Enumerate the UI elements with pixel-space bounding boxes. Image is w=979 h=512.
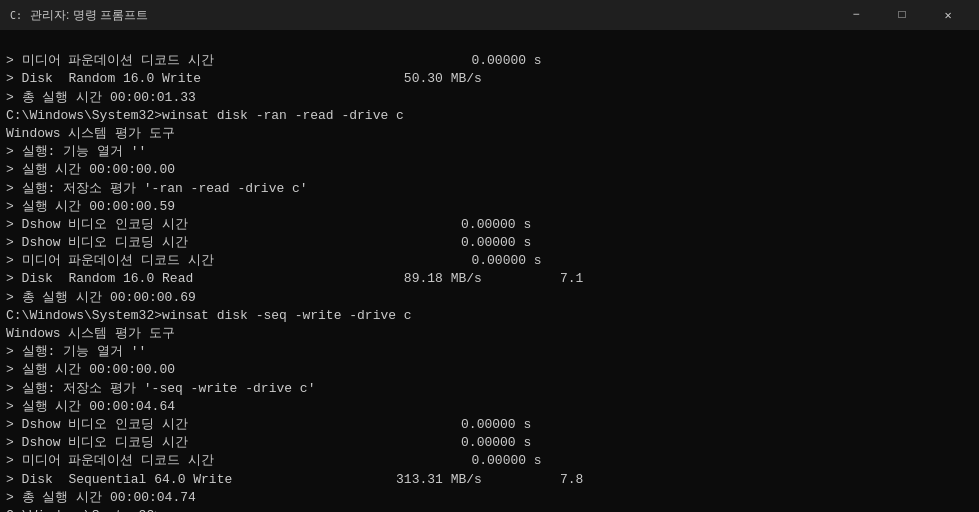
maximize-button[interactable]: □ — [879, 0, 925, 30]
terminal-line: > Dshow 비디오 인코딩 시간 0.00000 s — [6, 216, 973, 234]
svg-text:C:: C: — [10, 10, 22, 21]
terminal-line: > Dshow 비디오 디코딩 시간 0.00000 s — [6, 434, 973, 452]
terminal[interactable]: > 미디어 파운데이션 디코드 시간 0.00000 s> Disk Rando… — [0, 30, 979, 512]
terminal-line: C:\Windows\System32>winsat disk -seq -wr… — [6, 307, 973, 325]
title-bar-text: 관리자: 명령 프롬프트 — [30, 7, 833, 24]
terminal-line: > 미디어 파운데이션 디코드 시간 0.00000 s — [6, 52, 973, 70]
terminal-line: > 미디어 파운데이션 디코드 시간 0.00000 s — [6, 252, 973, 270]
terminal-line: Windows 시스템 평가 도구 — [6, 325, 973, 343]
terminal-line: > Disk Sequential 64.0 Write 313.31 MB/s… — [6, 471, 973, 489]
terminal-line: > 실행 시간 00:00:00.59 — [6, 198, 973, 216]
title-bar: C: 관리자: 명령 프롬프트 − □ ✕ — [0, 0, 979, 30]
terminal-line: > 미디어 파운데이션 디코드 시간 0.00000 s — [6, 452, 973, 470]
terminal-line: > 총 실행 시간 00:00:01.33 — [6, 89, 973, 107]
terminal-line: > 실행: 기능 열거 '' — [6, 143, 973, 161]
terminal-line: > 실행 시간 00:00:00.00 — [6, 161, 973, 179]
terminal-line: > 실행: 저장소 평가 '-seq -write -drive c' — [6, 380, 973, 398]
terminal-line: > 실행 시간 00:00:00.00 — [6, 361, 973, 379]
title-bar-buttons: − □ ✕ — [833, 0, 971, 30]
terminal-line: > 실행 시간 00:00:04.64 — [6, 398, 973, 416]
terminal-line: Windows 시스템 평가 도구 — [6, 125, 973, 143]
terminal-line: > Disk Random 16.0 Write 50.30 MB/s — [6, 70, 973, 88]
terminal-line: > Dshow 비디오 디코딩 시간 0.00000 s — [6, 234, 973, 252]
terminal-line: > 총 실행 시간 00:00:00.69 — [6, 289, 973, 307]
close-button[interactable]: ✕ — [925, 0, 971, 30]
cmd-icon: C: — [8, 7, 24, 23]
terminal-line: > Disk Random 16.0 Read 89.18 MB/s 7.1 — [6, 270, 973, 288]
minimize-button[interactable]: − — [833, 0, 879, 30]
terminal-line: C:\Windows\System32>winsat disk -ran -re… — [6, 107, 973, 125]
terminal-line: > 실행: 저장소 평가 '-ran -read -drive c' — [6, 180, 973, 198]
terminal-line: > Dshow 비디오 인코딩 시간 0.00000 s — [6, 416, 973, 434]
terminal-line: > 총 실행 시간 00:00:04.74 — [6, 489, 973, 507]
terminal-line: > 실행: 기능 열거 '' — [6, 343, 973, 361]
terminal-line: C:\Windows\System32> — [6, 507, 973, 512]
